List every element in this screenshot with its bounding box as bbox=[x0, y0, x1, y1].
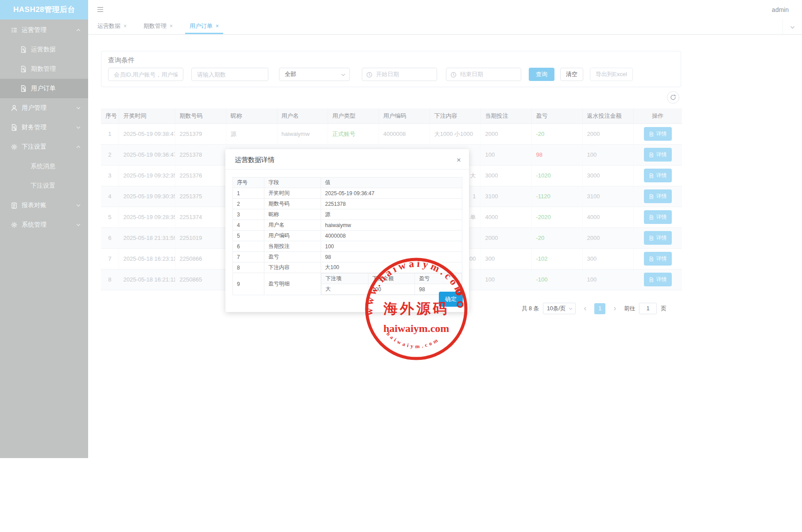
user-menu[interactable]: admin bbox=[772, 0, 789, 19]
cell: 7 bbox=[101, 248, 119, 269]
refresh-button[interactable] bbox=[667, 91, 679, 104]
table-header: 序号开奖时间期数号码昵称用户名用户类型用户编码下注内容当期投注盈亏返水投注金额操… bbox=[101, 108, 682, 123]
sidebar-item-label: 下注设置 bbox=[22, 143, 46, 151]
modal-cell: 2251378 bbox=[321, 199, 462, 209]
cell: -1120 bbox=[531, 186, 582, 207]
detail-button[interactable]: 详情 bbox=[644, 252, 672, 266]
tab-overflow-button[interactable] bbox=[783, 19, 802, 35]
tab-label: 期数管理 bbox=[143, 22, 167, 30]
start-date-picker[interactable]: 开始日期 bbox=[362, 68, 437, 81]
modal-cell: 下注内容 bbox=[264, 262, 321, 273]
page-label: 页 bbox=[661, 305, 666, 312]
modal-table-row: 7盈亏98 bbox=[233, 252, 462, 262]
sidebar-item-报表对账[interactable]: 报表对账 bbox=[0, 196, 88, 215]
modal-cell: 6 bbox=[233, 241, 264, 252]
sidebar-item-下注设置[interactable]: 下注设置 bbox=[0, 137, 88, 157]
filter-title: 查询条件 bbox=[108, 56, 135, 65]
table-row: 12025-05-19 09:38:472251379源haiwaiymw正式账… bbox=[101, 123, 682, 144]
cell: 4 bbox=[101, 186, 119, 207]
chevron-down-icon bbox=[76, 105, 81, 111]
svg-text:haiwaiym.com: haiwaiym.com bbox=[385, 331, 441, 350]
tab-close-icon[interactable]: × bbox=[170, 23, 173, 29]
sidebar-item-用户管理[interactable]: 用户管理 bbox=[0, 98, 88, 118]
cell-actions: 详情 bbox=[633, 248, 682, 269]
tab-运营数据[interactable]: 运营数据× bbox=[93, 19, 131, 34]
prev-page-button[interactable] bbox=[580, 303, 590, 314]
sidebar-item-label: 运营管理 bbox=[22, 26, 46, 34]
chevron-down-icon bbox=[568, 306, 573, 311]
modal-column-header-字段: 字段 bbox=[264, 177, 321, 188]
search-button[interactable]: 查询 bbox=[529, 68, 554, 81]
tab-用户订单[interactable]: 用户订单× bbox=[185, 19, 223, 34]
sidebar-subitem-用户订单[interactable]: 用户订单 bbox=[0, 79, 88, 98]
nested-cell: 大 bbox=[322, 284, 368, 295]
modal-cell: 当期投注 bbox=[264, 241, 321, 252]
cell: 2025-05-19 09:38:47 bbox=[119, 123, 175, 144]
detail-button[interactable]: 详情 bbox=[644, 169, 672, 182]
confirm-button[interactable]: 确定 bbox=[439, 292, 463, 307]
tab-close-icon[interactable]: × bbox=[216, 23, 219, 29]
tab-close-icon[interactable]: × bbox=[124, 23, 127, 29]
pagination-total: 共 8 条 bbox=[522, 305, 539, 312]
page-number-button[interactable]: 1 bbox=[594, 303, 605, 314]
period-input[interactable] bbox=[191, 68, 268, 81]
sidebar-item-财务管理[interactable]: 财务管理 bbox=[0, 118, 88, 137]
modal-table-header: 序号字段值 bbox=[233, 177, 462, 188]
clock-icon bbox=[366, 72, 372, 78]
modal-cell: 9 bbox=[233, 273, 264, 295]
sidebar-subitem-期数管理[interactable]: 期数管理 bbox=[0, 59, 88, 79]
member-search-input[interactable] bbox=[108, 68, 183, 81]
nested-cell: 100 bbox=[368, 284, 415, 295]
detail-button-label: 详情 bbox=[656, 193, 667, 200]
next-page-button[interactable] bbox=[609, 303, 620, 314]
close-icon[interactable]: × bbox=[457, 156, 461, 164]
hamburger-menu-icon[interactable] bbox=[97, 6, 104, 13]
tabbar: 运营数据×期数管理×用户订单× bbox=[88, 19, 802, 35]
modal-cell: 大100 bbox=[321, 262, 462, 273]
sidebar-subitem-运营数据[interactable]: 运营数据 bbox=[0, 40, 88, 59]
sidebar-subitem-下注设置[interactable]: 下注设置 bbox=[0, 176, 88, 196]
detail-button[interactable]: 详情 bbox=[644, 189, 672, 203]
doc-icon bbox=[11, 124, 18, 131]
chevron-left-icon bbox=[583, 306, 588, 311]
cell-actions: 详情 bbox=[633, 165, 682, 186]
cell: -20 bbox=[531, 123, 582, 144]
detail-button[interactable]: 详情 bbox=[644, 273, 672, 286]
detail-button[interactable]: 详情 bbox=[644, 210, 672, 224]
cell: haiwaiymw bbox=[277, 123, 328, 144]
sidebar-subitem-系统消息[interactable]: 系统消息 bbox=[0, 157, 88, 176]
cell: 3100 bbox=[480, 186, 531, 207]
cell: -1020 bbox=[531, 165, 582, 186]
nested-column-header-下注金额: 下注金额 bbox=[368, 274, 415, 284]
page-size-select[interactable]: 10条/页 bbox=[543, 303, 576, 314]
end-date-placeholder: 结束日期 bbox=[460, 71, 483, 77]
modal-table-row: 9盈亏明细下注项下注金额盈亏大10098 bbox=[233, 273, 462, 295]
cell: 源 bbox=[226, 123, 277, 144]
cell-actions: 详情 bbox=[633, 186, 682, 207]
user-type-select[interactable]: 全部 bbox=[279, 68, 350, 81]
document-icon bbox=[649, 152, 654, 158]
cell: -20 bbox=[531, 227, 582, 248]
cell: 8 bbox=[101, 269, 119, 290]
column-header-期数号码: 期数号码 bbox=[175, 108, 226, 123]
cell: 2251019 bbox=[175, 227, 226, 248]
sidebar-subitem-label: 系统消息 bbox=[31, 162, 55, 170]
detail-button[interactable]: 详情 bbox=[644, 127, 672, 141]
modal-cell: 盈亏 bbox=[264, 252, 321, 262]
detail-button[interactable]: 详情 bbox=[644, 231, 672, 245]
detail-button[interactable]: 详情 bbox=[644, 148, 672, 162]
end-date-picker[interactable]: 结束日期 bbox=[446, 68, 521, 81]
tab-期数管理[interactable]: 期数管理× bbox=[139, 19, 177, 34]
cell: 300 bbox=[480, 248, 531, 269]
page-size-value: 10条/页 bbox=[547, 305, 566, 312]
export-excel-button[interactable]: 导出到Excel bbox=[590, 68, 633, 81]
cell: 2251378 bbox=[175, 144, 226, 165]
goto-page-input[interactable] bbox=[639, 303, 657, 314]
cell: 2025-05-19 09:30:35 bbox=[119, 186, 175, 207]
modal-table-row: 5用户编码4000008 bbox=[233, 231, 462, 241]
clear-button[interactable]: 清空 bbox=[560, 68, 583, 81]
sidebar-item-运营管理[interactable]: 运营管理 bbox=[0, 20, 88, 40]
sidebar-item-系统管理[interactable]: 系统管理 bbox=[0, 215, 88, 235]
cell: 2000 bbox=[480, 227, 531, 248]
detail-button-label: 详情 bbox=[656, 172, 667, 179]
